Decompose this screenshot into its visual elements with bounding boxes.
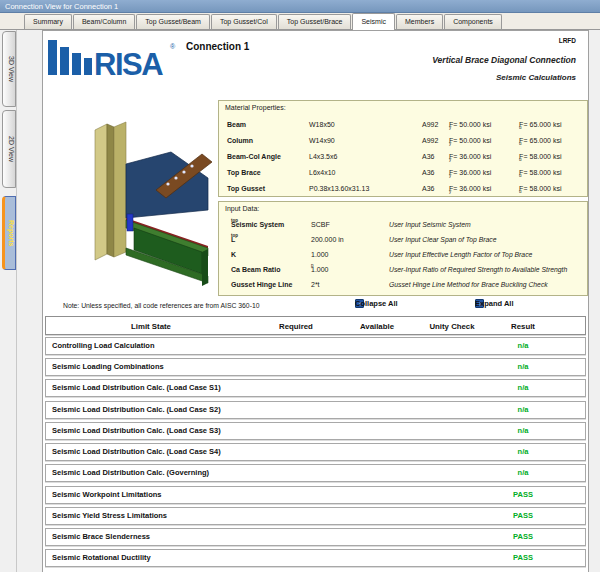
member-fu: Fu= 58.000 ksi — [519, 181, 522, 200]
rail-tab-2d-view[interactable]: 2D View — [2, 110, 16, 188]
tab-seismic[interactable]: Seismic — [352, 13, 395, 30]
material-properties-box: Material Properties: Beam W18x50 A992 Fy… — [218, 100, 588, 197]
result-row-load-distribution-s2[interactable]: Seismic Load Distribution Calc. (Load Ca… — [45, 401, 586, 419]
member-name: Beam-Col Angle — [227, 149, 281, 165]
member-name: Column — [227, 133, 253, 149]
result-value: PASS — [483, 529, 563, 545]
input-row: Ltop 200.000 in User Input Clear Span of… — [219, 232, 587, 248]
material-row: Top Gusset P0.38x13.60x31.13 A36 Fy= 36.… — [219, 181, 587, 197]
col-required: Required — [256, 317, 336, 336]
code-reference-note: Note: Unless specified, all code referen… — [63, 302, 259, 309]
material-row: Column W14x90 A992 Fy= 50.000 ksi Fu= 65… — [219, 133, 587, 149]
input-description: User Input Seismic System — [389, 217, 471, 233]
member-shape: P0.38x13.60x31.13 — [309, 181, 369, 197]
rail-tab-3d-view[interactable]: 3D View — [2, 31, 16, 107]
result-value: n/a — [483, 402, 563, 418]
member-grade: A36 — [422, 165, 434, 181]
tab-top-gusset-brace[interactable]: Top Gusset/Brace — [278, 14, 352, 29]
result-value: PASS — [483, 487, 563, 503]
material-properties-title: Material Properties: — [225, 104, 286, 111]
result-row-workpoint-limitations[interactable]: Seismic Workpoint Limitations PASS — [45, 486, 586, 504]
material-row: Beam-Col Angle L4x3.5x6 A36 Fy= 36.000 k… — [219, 149, 587, 165]
result-row-yield-stress-limitations[interactable]: Seismic Yield Stress Limitations PASS — [45, 507, 586, 525]
result-value: n/a — [483, 444, 563, 460]
result-value: n/a — [483, 359, 563, 375]
tab-members[interactable]: Members — [396, 14, 443, 29]
result-value: n/a — [483, 423, 563, 439]
col-limit-state: Limit State — [46, 317, 256, 336]
input-description: User Input Effective Length Factor of To… — [389, 247, 532, 263]
member-shape: W18x50 — [309, 117, 335, 133]
member-name: Top Gusset — [227, 181, 265, 197]
result-row-controlling-load-calculation[interactable]: Controlling Load Calculation n/a — [45, 337, 586, 355]
tab-beam-column[interactable]: Beam/Column — [73, 14, 135, 29]
input-row: Gusset Hinge Line 2*tp Gusset Hinge Line… — [219, 277, 587, 293]
tab-top-gusset-beam[interactable]: Top Gusset/Beam — [136, 14, 210, 29]
tab-top-gusset-col[interactable]: Top Gusset/Col — [211, 14, 277, 29]
material-row: Beam W18x50 A992 Fy= 50.000 ksi Fu= 65.0… — [219, 117, 587, 133]
member-grade: A36 — [422, 149, 434, 165]
member-shape: W14x90 — [309, 133, 335, 149]
result-value: n/a — [483, 338, 563, 354]
result-row-load-distribution-s3[interactable]: Seismic Load Distribution Calc. (Load Ca… — [45, 422, 586, 440]
tab-components[interactable]: Components — [444, 14, 502, 29]
result-value: PASS — [483, 550, 563, 566]
window-title: Connection View for Connection 1 — [5, 2, 118, 11]
result-row-load-distribution-s1[interactable]: Seismic Load Distribution Calc. (Load Ca… — [45, 379, 586, 397]
input-description: User Input Clear Span of Top Brace — [389, 232, 496, 248]
col-unity-check: Unity Check — [412, 317, 492, 336]
rail-tab-reports[interactable]: Reports — [2, 196, 16, 270]
member-shape: L6x4x10 — [309, 165, 335, 181]
result-row-load-distribution-governing[interactable]: Seismic Load Distribution Calc. (Governi… — [45, 464, 586, 482]
window-titlebar: Connection View for Connection 1 — [0, 0, 600, 13]
tab-summary[interactable]: Summary — [24, 14, 72, 29]
connection-3d-preview — [55, 116, 220, 294]
results-table-header: Limit State Required Available Unity Che… — [45, 316, 586, 335]
input-row: Ca Beam Ratio 1.000 User-Input Ratio of … — [219, 262, 587, 278]
member-fy: Fy= 36.000 ksi — [449, 181, 451, 200]
report-sheet: RISA ® Connection 1 LRFD Vertical Brace … — [42, 30, 589, 572]
result-value: n/a — [483, 465, 563, 481]
design-method-label: LRFD — [559, 37, 576, 44]
member-grade: A992 — [422, 117, 438, 133]
member-grade: A992 — [422, 133, 438, 149]
material-row: Top Brace L6x4x10 A36 Fy= 36.000 ksi Fu=… — [219, 165, 587, 181]
risa-logo: RISA ® — [48, 37, 179, 79]
result-value: PASS — [483, 508, 563, 524]
result-row-brace-slenderness[interactable]: Seismic Brace Slenderness PASS — [45, 528, 586, 546]
member-shape: L4x3.5x6 — [309, 149, 337, 165]
connection-type-subtitle: Vertical Brace Diagonal Connection — [432, 55, 576, 65]
input-data-title: Input Data: — [225, 205, 259, 212]
member-grade: A36 — [422, 181, 434, 197]
member-name: Top Brace — [227, 165, 261, 181]
svg-text:RISA: RISA — [94, 47, 163, 79]
member-name: Beam — [227, 117, 246, 133]
input-data-box: Input Data: Seismic System SCBF User Inp… — [218, 201, 588, 296]
result-row-load-distribution-s4[interactable]: Seismic Load Distribution Calc. (Load Ca… — [45, 443, 586, 461]
result-row-seismic-loading-combinations[interactable]: Seismic Loading Combinations n/a — [45, 358, 586, 376]
result-value: n/a — [483, 380, 563, 396]
svg-text:®: ® — [170, 43, 176, 50]
connection-title: Connection 1 — [186, 41, 249, 52]
col-available: Available — [337, 317, 417, 336]
input-description: Gusset Hinge Line Method for Brace Buckl… — [389, 277, 548, 293]
col-result: Result — [483, 317, 563, 336]
input-row: Seismic System SCBF User Input Seismic S… — [219, 217, 587, 233]
result-row-rotational-ductility[interactable]: Seismic Rotational Ductility PASS — [45, 549, 586, 567]
input-description: User-Input Ratio of Required Strength to… — [389, 262, 567, 278]
view-rail: 3D View 2D View Reports — [0, 30, 17, 572]
input-row: Ktop 1.000 User Input Effective Length F… — [219, 247, 587, 263]
report-section-subtitle: Seismic Calculations — [496, 73, 576, 82]
connection-tabstrip: Summary Beam/Column Top Gusset/Beam Top … — [0, 13, 600, 30]
